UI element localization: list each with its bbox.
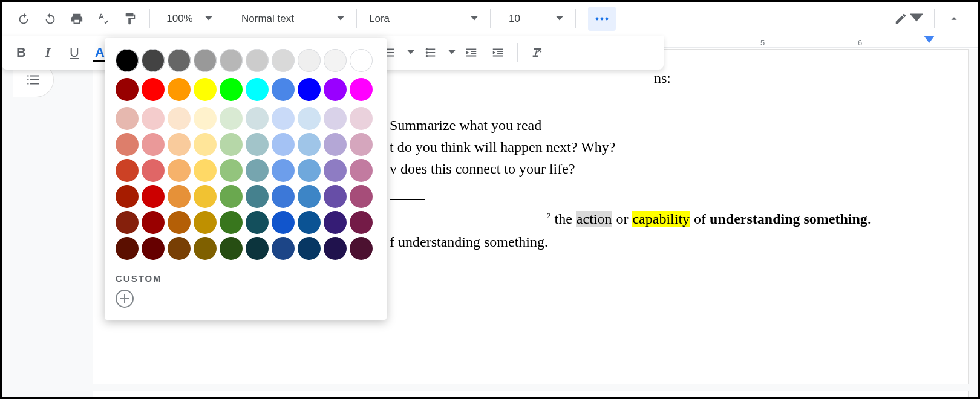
color-swatch[interactable]: [116, 211, 139, 234]
bulleted-list-button[interactable]: [418, 41, 442, 65]
color-swatch[interactable]: [142, 185, 165, 208]
color-swatch[interactable]: [324, 133, 347, 156]
color-swatch[interactable]: [116, 237, 139, 260]
color-swatch[interactable]: [220, 185, 243, 208]
color-swatch[interactable]: [350, 78, 373, 101]
caret-down-icon[interactable]: [446, 47, 458, 58]
add-custom-color-button[interactable]: [116, 290, 134, 308]
color-swatch[interactable]: [194, 107, 217, 130]
color-swatch[interactable]: [350, 107, 373, 130]
color-swatch[interactable]: [194, 133, 217, 156]
color-swatch[interactable]: [194, 49, 217, 72]
color-swatch[interactable]: [350, 211, 373, 234]
italic-button[interactable]: I: [36, 41, 60, 65]
color-swatch[interactable]: [220, 78, 243, 101]
color-swatch[interactable]: [324, 49, 347, 72]
color-swatch[interactable]: [116, 133, 139, 156]
color-swatch[interactable]: [298, 107, 321, 130]
collapse-toolbar-button[interactable]: [942, 7, 966, 31]
color-swatch[interactable]: [168, 78, 191, 101]
color-swatch[interactable]: [272, 237, 295, 260]
font-size-select[interactable]: 10: [497, 7, 569, 31]
color-swatch[interactable]: [246, 78, 269, 101]
color-swatch[interactable]: [142, 49, 165, 72]
color-swatch[interactable]: [116, 185, 139, 208]
color-swatch[interactable]: [350, 49, 373, 72]
color-swatch[interactable]: [324, 78, 347, 101]
color-swatch[interactable]: [142, 107, 165, 130]
color-swatch[interactable]: [272, 159, 295, 182]
undo-button[interactable]: [11, 7, 36, 31]
color-swatch[interactable]: [142, 159, 165, 182]
spellcheck-button[interactable]: [91, 7, 116, 31]
color-swatch[interactable]: [298, 78, 321, 101]
color-swatch[interactable]: [194, 211, 217, 234]
color-swatch[interactable]: [272, 78, 295, 101]
color-swatch[interactable]: [350, 185, 373, 208]
paragraph-style-select[interactable]: Normal text: [235, 7, 350, 31]
color-swatch[interactable]: [220, 159, 243, 182]
color-swatch[interactable]: [272, 133, 295, 156]
print-button[interactable]: [65, 7, 89, 31]
paint-format-button[interactable]: [118, 7, 142, 31]
color-swatch[interactable]: [298, 211, 321, 234]
color-swatch[interactable]: [142, 133, 165, 156]
color-swatch[interactable]: [116, 159, 139, 182]
color-swatch[interactable]: [220, 211, 243, 234]
color-swatch[interactable]: [324, 159, 347, 182]
color-swatch[interactable]: [116, 107, 139, 130]
color-swatch[interactable]: [168, 133, 191, 156]
color-swatch[interactable]: [350, 237, 373, 260]
bold-button[interactable]: B: [9, 41, 33, 65]
color-swatch[interactable]: [350, 133, 373, 156]
decrease-indent-button[interactable]: [459, 41, 483, 65]
color-swatch[interactable]: [220, 237, 243, 260]
color-swatch[interactable]: [246, 133, 269, 156]
color-swatch[interactable]: [298, 49, 321, 72]
color-swatch[interactable]: [272, 185, 295, 208]
color-swatch[interactable]: [168, 159, 191, 182]
color-swatch[interactable]: [220, 107, 243, 130]
color-swatch[interactable]: [220, 49, 243, 72]
right-indent-marker[interactable]: [924, 36, 935, 49]
color-swatch[interactable]: [272, 49, 295, 72]
editing-mode-button[interactable]: [889, 11, 928, 27]
color-swatch[interactable]: [168, 107, 191, 130]
document-page-next[interactable]: [93, 391, 969, 399]
color-swatch[interactable]: [142, 211, 165, 234]
color-swatch[interactable]: [246, 159, 269, 182]
increase-indent-button[interactable]: [486, 41, 510, 65]
color-swatch[interactable]: [194, 185, 217, 208]
color-swatch[interactable]: [324, 107, 347, 130]
more-tools-button[interactable]: [588, 7, 616, 31]
font-family-select[interactable]: Lora: [363, 7, 484, 31]
color-swatch[interactable]: [168, 211, 191, 234]
color-swatch[interactable]: [350, 159, 373, 182]
color-swatch[interactable]: [168, 237, 191, 260]
color-swatch[interactable]: [298, 159, 321, 182]
color-swatch[interactable]: [168, 49, 191, 72]
color-swatch[interactable]: [246, 49, 269, 72]
color-swatch[interactable]: [116, 49, 139, 72]
color-swatch[interactable]: [298, 133, 321, 156]
color-swatch[interactable]: [324, 185, 347, 208]
color-swatch[interactable]: [246, 107, 269, 130]
color-swatch[interactable]: [324, 211, 347, 234]
caret-down-icon[interactable]: [405, 47, 417, 58]
color-swatch[interactable]: [116, 78, 139, 101]
color-swatch[interactable]: [272, 107, 295, 130]
color-swatch[interactable]: [142, 237, 165, 260]
color-swatch[interactable]: [194, 78, 217, 101]
color-swatch[interactable]: [142, 78, 165, 101]
color-swatch[interactable]: [168, 185, 191, 208]
color-swatch[interactable]: [194, 159, 217, 182]
zoom-select[interactable]: 100%: [156, 7, 223, 31]
color-swatch[interactable]: [220, 133, 243, 156]
color-swatch[interactable]: [298, 237, 321, 260]
color-swatch[interactable]: [246, 185, 269, 208]
color-swatch[interactable]: [194, 237, 217, 260]
underline-button[interactable]: U: [62, 41, 87, 65]
color-swatch[interactable]: [272, 211, 295, 234]
color-swatch[interactable]: [246, 211, 269, 234]
color-swatch[interactable]: [246, 237, 269, 260]
